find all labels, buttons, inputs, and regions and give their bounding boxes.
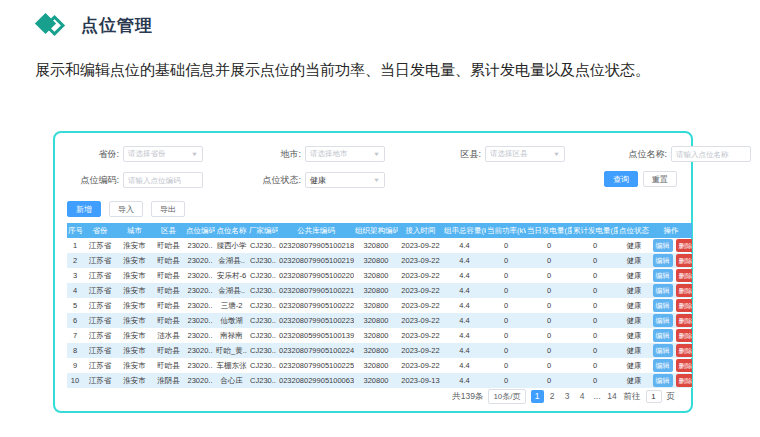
province-label: 省份: bbox=[67, 148, 119, 161]
table-toolbar: 新增 导入 导出 bbox=[67, 201, 677, 217]
edit-button[interactable]: 编辑 bbox=[653, 269, 673, 282]
cell: 320800 bbox=[354, 328, 398, 343]
search-button[interactable]: 查询 bbox=[604, 171, 638, 187]
cell: 320800 bbox=[354, 268, 398, 283]
edit-button[interactable]: 编辑 bbox=[653, 284, 673, 297]
delete-button[interactable]: 删除 bbox=[676, 299, 693, 312]
cell: 淮安市 bbox=[117, 238, 152, 253]
district-select[interactable]: 请选择区县 ▼ bbox=[485, 146, 565, 162]
edit-button[interactable]: 编辑 bbox=[653, 344, 673, 357]
district-label: 区县: bbox=[433, 148, 481, 161]
delete-button[interactable]: 删除 bbox=[676, 344, 693, 357]
filter-row-2: 点位编码: 点位状态: 健康 ▼ bbox=[67, 169, 677, 191]
edit-button[interactable]: 编辑 bbox=[653, 254, 673, 267]
cell: 4.4 bbox=[443, 238, 486, 253]
import-button[interactable]: 导入 bbox=[109, 201, 143, 217]
table-row: 2江苏省淮安市盱眙县23020..金湖县..CJ230..02320807990… bbox=[67, 253, 692, 268]
page-button[interactable]: 3 bbox=[561, 390, 574, 403]
cell: 合心庄 bbox=[215, 373, 248, 388]
page-button[interactable]: 14 bbox=[606, 390, 619, 403]
actions-cell: 编辑删除 bbox=[650, 373, 692, 388]
page-unit-label: 页 bbox=[667, 391, 676, 403]
cell: 0 bbox=[486, 238, 526, 253]
cell: 0 bbox=[526, 313, 572, 328]
actions-cell: 编辑删除 bbox=[650, 283, 692, 298]
page-button[interactable]: 4 bbox=[576, 390, 589, 403]
page-button[interactable]: 1 bbox=[531, 390, 544, 403]
export-button[interactable]: 导出 bbox=[151, 201, 185, 217]
cell: 0 bbox=[526, 298, 572, 313]
column-header: 点位状态 bbox=[618, 223, 650, 238]
column-header: 组串总容量(kW) bbox=[443, 223, 486, 238]
cell: 江苏省 bbox=[83, 343, 117, 358]
point-name-input[interactable] bbox=[671, 146, 751, 162]
add-button[interactable]: 新增 bbox=[67, 201, 101, 217]
cell: 0 bbox=[572, 373, 618, 388]
city-select[interactable]: 请选择地市 ▼ bbox=[305, 146, 385, 162]
point-code-input[interactable] bbox=[123, 172, 203, 188]
column-header: 区县 bbox=[152, 223, 185, 238]
page-header: 点位管理 bbox=[35, 10, 153, 40]
cell: CJ230.. bbox=[248, 358, 278, 373]
cell: 0 bbox=[526, 328, 572, 343]
cell: 0 bbox=[526, 358, 572, 373]
edit-button[interactable]: 编辑 bbox=[653, 374, 673, 387]
cell: 0 bbox=[486, 343, 526, 358]
delete-button[interactable]: 删除 bbox=[676, 314, 693, 327]
cell: 023208079905100222 bbox=[278, 298, 354, 313]
cell: 0 bbox=[572, 298, 618, 313]
table-row: 8江苏省淮安市盱眙县23020..盱眙_黄..CJ230..0232080799… bbox=[67, 343, 692, 358]
point-status-select[interactable]: 健康 ▼ bbox=[305, 172, 385, 188]
cell: 320800 bbox=[354, 373, 398, 388]
delete-button[interactable]: 删除 bbox=[676, 374, 693, 387]
cell: 23020.. bbox=[185, 298, 215, 313]
page-list: 1234...14 bbox=[531, 390, 619, 403]
page-description: 展示和编辑点位的基础信息并展示点位的当前功率、当日发电量、累计发电量以及点位状态… bbox=[35, 52, 741, 88]
cell: 盱眙县 bbox=[152, 298, 185, 313]
cell: 2023-09-22 bbox=[398, 343, 443, 358]
delete-button[interactable]: 删除 bbox=[676, 284, 693, 297]
goto-label: 前往 bbox=[624, 391, 641, 403]
page-button[interactable]: 2 bbox=[546, 390, 559, 403]
goto-page-input[interactable] bbox=[646, 390, 662, 403]
edit-button[interactable]: 编辑 bbox=[653, 314, 673, 327]
delete-button[interactable]: 删除 bbox=[676, 254, 693, 267]
cell: CJ230.. bbox=[248, 313, 278, 328]
cell: 江苏省 bbox=[83, 373, 117, 388]
column-header: 当前功率(kW) bbox=[486, 223, 526, 238]
edit-button[interactable]: 编辑 bbox=[653, 329, 673, 342]
cell: 三塘-2 bbox=[215, 298, 248, 313]
cell: 4.4 bbox=[443, 313, 486, 328]
edit-button[interactable]: 编辑 bbox=[653, 359, 673, 372]
page-title: 点位管理 bbox=[81, 14, 153, 37]
cell: 023208079905100219 bbox=[278, 253, 354, 268]
table-row: 5江苏省淮安市盱眙县23020..三塘-2CJ230..023208079905… bbox=[67, 298, 692, 313]
cell: 23020.. bbox=[185, 283, 215, 298]
cell: 淮安市 bbox=[117, 328, 152, 343]
cell: 23020.. bbox=[185, 238, 215, 253]
delete-button[interactable]: 删除 bbox=[676, 329, 693, 342]
page-size-select[interactable]: 10条/页 bbox=[488, 389, 525, 404]
chevron-down-icon: ▼ bbox=[191, 151, 198, 157]
cell: 0 bbox=[572, 268, 618, 283]
cell: 4 bbox=[67, 283, 83, 298]
city-label: 地市: bbox=[249, 148, 301, 161]
cell: 8 bbox=[67, 343, 83, 358]
actions-cell: 编辑删除 bbox=[650, 328, 692, 343]
cell: 江苏省 bbox=[83, 298, 117, 313]
delete-button[interactable]: 删除 bbox=[676, 239, 693, 252]
cell: 金湖县.. bbox=[215, 253, 248, 268]
cell: 10 bbox=[67, 373, 83, 388]
province-placeholder: 请选择省份 bbox=[128, 149, 166, 159]
delete-button[interactable]: 删除 bbox=[676, 269, 693, 282]
district-placeholder: 请选择区县 bbox=[490, 149, 528, 159]
edit-button[interactable]: 编辑 bbox=[653, 299, 673, 312]
edit-button[interactable]: 编辑 bbox=[653, 239, 673, 252]
province-select[interactable]: 请选择省份 ▼ bbox=[123, 146, 203, 162]
reset-button[interactable]: 重置 bbox=[643, 171, 677, 187]
cell: 0 bbox=[572, 313, 618, 328]
cell: 涟水县 bbox=[152, 328, 185, 343]
column-header: 点位编码 bbox=[185, 223, 215, 238]
cell: 3 bbox=[67, 268, 83, 283]
delete-button[interactable]: 删除 bbox=[676, 359, 693, 372]
